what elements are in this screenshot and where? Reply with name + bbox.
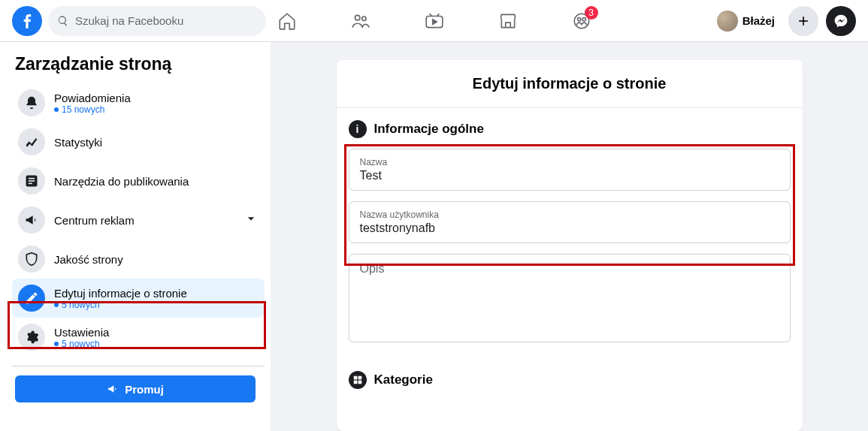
sidebar-item-quality[interactable]: Jakość strony	[12, 240, 265, 279]
plus-icon	[796, 14, 811, 29]
pencil-icon	[18, 285, 45, 312]
bell-icon	[18, 89, 45, 116]
video-icon	[425, 11, 444, 31]
svg-point-0	[355, 15, 360, 20]
publish-icon	[18, 167, 45, 194]
section-title: Informacje ogólne	[374, 122, 484, 137]
section-title: Kategorie	[374, 372, 433, 387]
svg-rect-10	[353, 376, 357, 380]
sidebar-item-label: Ustawienia	[54, 326, 259, 339]
field-value: Test	[360, 169, 779, 182]
search-placeholder: Szukaj na Facebooku	[75, 14, 183, 27]
username-field[interactable]: Nazwa użytkownika teststronynafb	[349, 201, 791, 243]
svg-point-1	[361, 17, 365, 20]
avatar	[717, 11, 738, 32]
sidebar-item-edit-info[interactable]: Edytuj informacje o stronie 5 nowych	[12, 279, 265, 318]
home-tab[interactable]	[277, 11, 298, 32]
sidebar-item-settings[interactable]: Ustawienia 5 nowych	[12, 318, 265, 357]
svg-rect-13	[358, 381, 361, 384]
sidebar-item-label: Edytuj informacje o stronie	[54, 287, 259, 300]
field-label: Nazwa	[360, 157, 779, 167]
search-input[interactable]: Szukaj na Facebooku	[48, 6, 266, 36]
panel-title: Edytuj informacje o stronie	[337, 60, 803, 108]
sidebar-item-label: Jakość strony	[54, 253, 259, 266]
sidebar-item-sub: 5 nowych	[62, 339, 100, 349]
field-label: Opis	[360, 262, 779, 276]
messenger-icon	[833, 14, 848, 29]
edit-panel: Edytuj informacje o stronie i Informacje…	[337, 60, 803, 431]
sidebar-item-stats[interactable]: Statystyki	[12, 122, 265, 161]
sidebar-item-label: Narzędzia do publikowania	[54, 175, 259, 188]
chevron-down-icon	[243, 211, 259, 229]
groups-badge: 3	[585, 6, 598, 20]
promote-button[interactable]: Promuj	[15, 375, 256, 402]
gear-icon	[18, 324, 45, 351]
home-icon	[277, 11, 297, 31]
sidebar-item-sub: 15 nowych	[62, 104, 104, 115]
sidebar-item-publishing[interactable]: Narzędzia do publikowania	[12, 161, 265, 200]
marketplace-tab[interactable]	[498, 11, 519, 32]
megaphone-icon	[18, 206, 45, 234]
description-field[interactable]: Opis	[349, 254, 791, 342]
sidebar-item-notifications[interactable]: Powiadomienia 15 nowych	[12, 83, 265, 122]
watch-tab[interactable]	[424, 11, 445, 32]
create-button[interactable]	[788, 6, 818, 36]
field-label: Nazwa użytkownika	[360, 209, 779, 220]
profile-chip[interactable]: Błażej	[711, 8, 781, 35]
info-icon: i	[349, 120, 367, 138]
svg-rect-8	[29, 180, 35, 182]
svg-rect-12	[353, 381, 357, 384]
people-icon	[351, 11, 370, 31]
messenger-button[interactable]	[826, 6, 856, 36]
sidebar-item-ads[interactable]: Centrum reklam	[12, 200, 265, 240]
svg-rect-9	[29, 183, 32, 185]
search-icon	[57, 15, 69, 27]
field-value: teststronynafb	[360, 222, 779, 235]
sidebar-item-label: Powiadomienia	[54, 92, 259, 104]
friends-tab[interactable]	[350, 11, 371, 32]
sidebar: Zarządzanie stroną Powiadomienia 15 nowy…	[0, 42, 271, 431]
shield-icon	[18, 246, 45, 273]
divider	[12, 366, 265, 366]
svg-rect-7	[29, 178, 35, 179]
svg-point-5	[582, 17, 585, 20]
svg-rect-11	[358, 376, 361, 380]
name-field[interactable]: Nazwa Test	[349, 149, 791, 191]
megaphone-icon	[107, 383, 119, 395]
categories-icon	[349, 371, 367, 389]
facebook-logo[interactable]	[12, 6, 42, 36]
shop-icon	[498, 11, 518, 31]
chart-icon	[18, 128, 45, 155]
sidebar-title: Zarządzanie stroną	[12, 54, 265, 74]
groups-tab[interactable]: 3	[571, 11, 592, 32]
sidebar-item-label: Centrum reklam	[54, 214, 234, 227]
sidebar-item-label: Statystyki	[54, 136, 259, 149]
profile-name: Błażej	[742, 14, 775, 27]
svg-point-4	[577, 17, 580, 20]
sidebar-item-sub: 5 nowych	[62, 300, 100, 310]
promote-label: Promuj	[125, 383, 164, 396]
